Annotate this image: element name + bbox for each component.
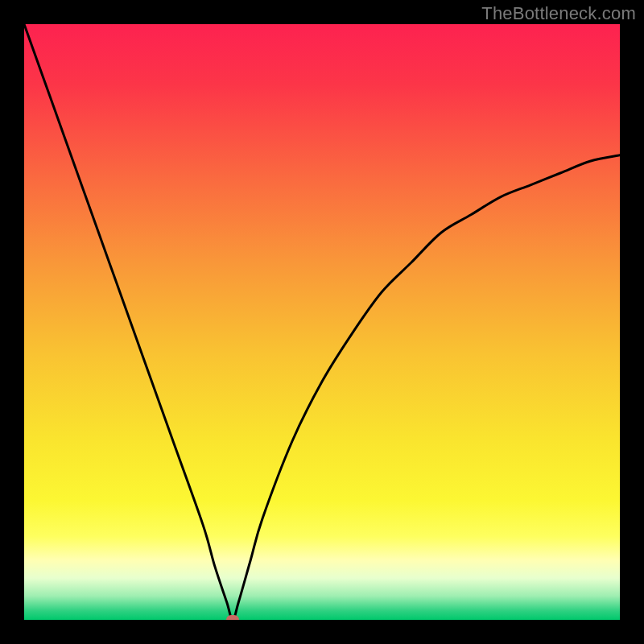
plot-area — [24, 24, 620, 620]
chart-container: TheBottleneck.com — [0, 0, 644, 644]
minimum-marker — [226, 615, 239, 620]
bottleneck-curve — [24, 24, 620, 620]
watermark-text: TheBottleneck.com — [481, 3, 636, 24]
